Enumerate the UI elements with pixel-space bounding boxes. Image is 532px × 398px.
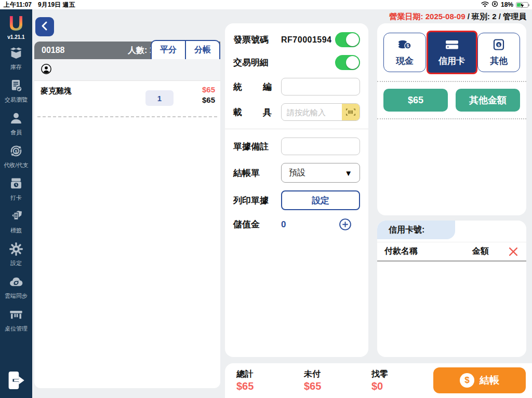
change-value: $0	[371, 380, 439, 392]
sidebar-item-label: 會員	[10, 129, 22, 136]
sidebar-item-cloud-sync[interactable]: 雲端同步	[0, 271, 32, 304]
collect-pay-icon: $	[9, 144, 23, 160]
battery-percent: 18%	[501, 1, 513, 8]
pos-checkout-screen: 上午11:07 9月19日 週五 18% U v1.21.1 庫存	[0, 0, 532, 398]
battery-icon	[516, 2, 528, 8]
table-management-icon	[9, 307, 23, 324]
logout-button[interactable]	[7, 370, 25, 393]
inventory-icon	[9, 46, 23, 62]
svg-text:$: $	[15, 149, 18, 154]
transactions-icon	[9, 78, 23, 95]
invoice-toggle[interactable]	[335, 32, 360, 47]
item-subtotal: $65	[202, 95, 215, 104]
back-button[interactable]	[35, 17, 54, 36]
payment-name-header: 付款名稱	[384, 246, 418, 257]
unpaid-value: $65	[304, 380, 371, 392]
sidebar: U v1.21.1 庫存 交易瀏覽 會員 $ 代收/代支	[0, 9, 32, 398]
card-number-label: 信用卡號:	[377, 221, 455, 239]
item-quantity[interactable]: 1	[145, 90, 174, 106]
total-stat: 總計 $65	[236, 369, 304, 392]
sidebar-item-collect-pay[interactable]: $ 代收/代支	[0, 140, 32, 173]
shift-info: / 班別: 2 / 管理員	[465, 12, 526, 21]
payment-method-label: 信用卡	[438, 55, 465, 67]
add-stored-value-button[interactable]	[339, 218, 352, 231]
checkout-slip-select[interactable]: 預設 ▼	[281, 163, 360, 183]
sidebar-item-label: 交易瀏覽	[5, 96, 28, 104]
checkout-slip-row: 結帳單 預設 ▼	[233, 163, 360, 183]
sidebar-item-inventory[interactable]: 庫存	[0, 42, 32, 75]
dotted-divider	[377, 81, 526, 82]
tab-split-bill[interactable]: 分帳	[185, 41, 219, 59]
checkout-button[interactable]: $ 結帳	[433, 367, 526, 393]
punch-clock-icon	[9, 176, 23, 193]
tax-id-input[interactable]	[281, 78, 360, 95]
other-amount-button[interactable]: 其他金額	[456, 89, 520, 112]
split-tab-group: 平分 分帳	[151, 40, 220, 59]
payment-method-credit-card[interactable]: 信用卡	[427, 31, 477, 74]
change-stat: 找零 $0	[371, 369, 439, 392]
barcode-scan-button[interactable]	[342, 104, 360, 120]
order-panel: 00188 人數: 1 平分 分帳 麥克雞塊 1 $65 $65	[34, 42, 220, 388]
status-date: 9月19日 週五	[38, 1, 75, 9]
payment-method-label: 其他	[490, 55, 508, 67]
sidebar-item-tags[interactable]: 標籤	[0, 205, 32, 238]
order-item-row[interactable]: 麥克雞塊 1 $65 $65	[37, 81, 217, 117]
member-icon	[9, 111, 23, 128]
order-header: 00188 人數: 1 平分 分帳	[34, 42, 220, 59]
sidebar-item-label: 標籤	[10, 227, 22, 235]
status-time: 上午11:07	[4, 1, 32, 9]
guest-row[interactable]	[34, 59, 220, 81]
clear-payments-button[interactable]	[508, 246, 519, 257]
chevron-left-icon	[40, 21, 49, 33]
invoice-panel: 發票號碼 RF70001594 交易明細 統編 載具 單據備註 結帳單	[225, 23, 368, 357]
sidebar-item-table-management[interactable]: 桌位管理	[0, 304, 32, 336]
quick-amount-button[interactable]: $65	[383, 89, 448, 112]
payment-amount-header: 金額	[472, 246, 489, 257]
invoice-number-value: RF70001594	[281, 35, 332, 45]
transaction-detail-row: 交易明細	[233, 55, 360, 70]
dollar-icon: $	[460, 373, 474, 388]
change-label: 找零	[371, 369, 439, 380]
payment-method-cash[interactable]: $ 現金	[383, 33, 426, 72]
checkout-button-label: 結帳	[480, 374, 499, 387]
dotted-divider	[377, 118, 526, 119]
sidebar-item-label: 庫存	[10, 63, 22, 71]
sidebar-item-label: 代收/代支	[4, 161, 28, 169]
print-slip-label: 列印單據	[233, 195, 281, 207]
stored-value-label: 儲值金	[233, 218, 281, 230]
app-version: v1.21.1	[7, 34, 24, 40]
note-input[interactable]	[281, 138, 360, 155]
sidebar-item-punch-clock[interactable]: 打卡	[0, 173, 32, 205]
tax-id-label: 統編	[233, 81, 281, 93]
item-name: 麥克雞塊	[41, 86, 72, 96]
sidebar-item-members[interactable]: 會員	[0, 107, 32, 140]
unpaid-stat: 未付 $65	[304, 369, 371, 392]
cloud-sync-icon	[9, 275, 23, 291]
invoice-number-label: 發票號碼	[233, 34, 281, 46]
transaction-detail-label: 交易明細	[233, 57, 281, 68]
carrier-label: 載具	[233, 106, 281, 118]
wifi-icon	[481, 1, 489, 9]
payment-method-other[interactable]: $ 其他	[477, 33, 520, 72]
payments-list-panel: 信用卡號: 付款名稱 金額	[377, 221, 526, 357]
invoice-number-row: 發票號碼 RF70001594	[233, 32, 360, 47]
svg-text:$: $	[498, 43, 500, 47]
stored-value-row: 儲值金 0	[233, 218, 360, 231]
cash-icon: $	[397, 38, 413, 53]
tab-split-even[interactable]: 平分	[152, 41, 185, 59]
unpaid-label: 未付	[304, 369, 371, 380]
sidebar-item-transactions[interactable]: 交易瀏覽	[0, 75, 32, 107]
tag-icon	[9, 209, 23, 226]
print-slip-row: 列印單據 設定	[233, 190, 360, 210]
transaction-detail-toggle[interactable]	[335, 55, 360, 70]
total-label: 總計	[236, 369, 304, 380]
checkout-slip-value: 預設	[289, 168, 305, 179]
print-settings-button[interactable]: 設定	[281, 190, 360, 210]
totals-bar: 總計 $65 未付 $65 找零 $0 $ 結帳	[225, 363, 532, 398]
status-bar: 上午11:07 9月19日 週五 18%	[0, 0, 532, 9]
settings-icon	[9, 242, 23, 258]
sidebar-item-settings[interactable]: 設定	[0, 238, 32, 271]
other-payment-icon: $	[491, 38, 507, 53]
sidebar-item-label: 桌位管理	[5, 325, 28, 333]
note-label: 單據備註	[233, 141, 281, 153]
